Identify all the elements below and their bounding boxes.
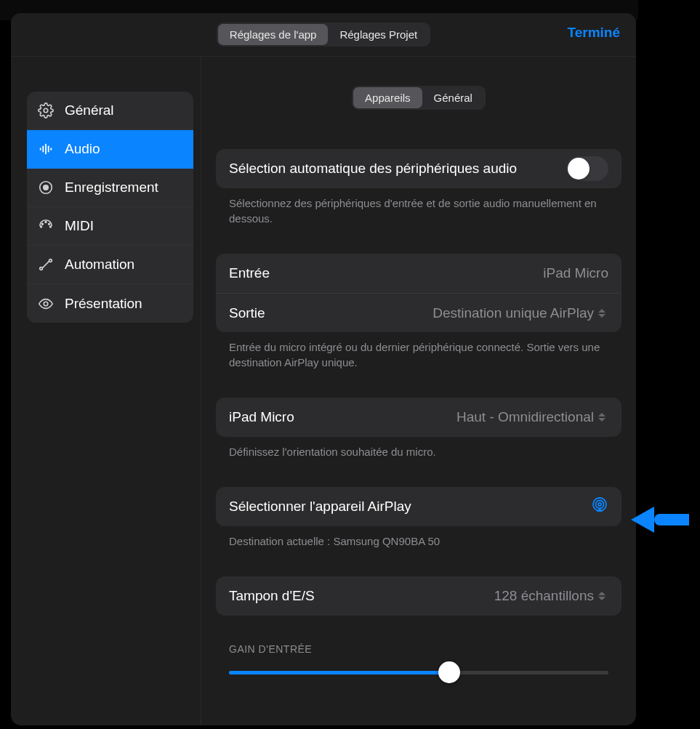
svg-point-14 [49, 259, 52, 262]
settings-modal: Réglages de l'app Réglages Projet Termin… [11, 13, 636, 725]
switch-knob [568, 158, 590, 180]
mic-label: iPad Micro [229, 409, 294, 425]
sidebar-item-label: Automation [65, 257, 134, 273]
output-label: Sortie [229, 305, 265, 321]
settings-content: Appareils Général Sélection automatique … [201, 57, 636, 725]
mic-orientation-row[interactable]: iPad Micro Haut - Omnidirectional [216, 398, 621, 437]
svg-rect-2 [42, 145, 44, 152]
chevron-updown-icon [598, 411, 608, 424]
sidebar-item-recording[interactable]: Enregistrement [27, 169, 193, 207]
sidebar-item-audio[interactable]: Audio [27, 130, 193, 169]
settings-sidebar: Général Audio Enregistrement [11, 57, 201, 725]
io-buffer-row[interactable]: Tampon d'E/S 128 échantillons [216, 576, 621, 616]
subtab-devices[interactable]: Appareils [353, 87, 422, 108]
output-device-row[interactable]: Sortie Destination unique AirPlay [216, 293, 621, 332]
sidebar-item-label: Enregistrement [65, 180, 158, 196]
input-device-row[interactable]: Entrée iPad Micro [216, 254, 621, 293]
airplay-label: Sélectionner l'appareil AirPlay [229, 499, 411, 515]
input-gain-slider[interactable] [216, 662, 621, 682]
auto-select-label: Sélection automatique des périphériques … [229, 161, 517, 177]
sidebar-item-label: MIDI [65, 218, 94, 234]
airplay-select-row[interactable]: Sélectionner l'appareil AirPlay [216, 487, 621, 526]
record-icon [37, 179, 55, 196]
auto-select-help: Sélectionnez des périphériques d'entrée … [216, 188, 621, 226]
svg-rect-1 [40, 148, 41, 150]
auto-select-switch[interactable] [566, 156, 608, 181]
svg-point-9 [42, 223, 44, 225]
waveform-icon [37, 140, 55, 158]
mic-help: Définissez l'orientation souhaitée du mi… [216, 437, 621, 459]
input-gain-header: GAIN D'ENTRÉE [216, 643, 621, 662]
slider-track [229, 671, 608, 674]
svg-point-12 [50, 226, 52, 227]
sidebar-item-view[interactable]: Présentation [27, 284, 193, 323]
tab-app-settings[interactable]: Réglages de l'app [218, 24, 329, 45]
modal-header: Réglages de l'app Réglages Projet Termin… [11, 13, 636, 57]
midi-icon [37, 217, 55, 235]
svg-point-18 [598, 503, 601, 506]
buffer-label: Tampon d'E/S [229, 588, 315, 604]
eye-icon [37, 295, 55, 313]
callout-arrow-icon [631, 504, 689, 539]
svg-point-11 [41, 226, 42, 227]
done-button[interactable]: Terminé [567, 25, 620, 41]
svg-point-17 [596, 501, 604, 509]
sidebar-item-general[interactable]: Général [27, 92, 193, 130]
sidebar-item-label: Général [65, 102, 114, 118]
subtab-general[interactable]: Général [422, 87, 484, 108]
sidebar-item-midi[interactable]: MIDI [27, 207, 193, 246]
airplay-help: Destination actuelle : Samsung QN90BA 50 [216, 526, 621, 549]
tab-project-settings[interactable]: Réglages Projet [328, 24, 429, 45]
svg-rect-4 [48, 145, 49, 152]
airplay-icon [591, 496, 608, 517]
sidebar-item-label: Présentation [65, 296, 142, 312]
slider-thumb[interactable] [438, 661, 460, 683]
settings-scope-segmented: Réglages de l'app Réglages Projet [217, 23, 430, 47]
auto-select-row: Sélection automatique des périphériques … [216, 149, 621, 188]
chevron-updown-icon [598, 589, 608, 603]
svg-rect-5 [50, 148, 52, 150]
svg-point-7 [44, 185, 48, 190]
audio-subtabs: Appareils Général [352, 86, 486, 110]
sidebar-item-automation[interactable]: Automation [27, 246, 193, 284]
buffer-value: 128 échantillons [494, 588, 608, 604]
svg-point-13 [40, 267, 43, 270]
slider-fill [229, 671, 449, 674]
svg-point-10 [49, 223, 50, 225]
io-help: Entrée du micro intégré ou du dernier pé… [216, 332, 621, 370]
svg-point-8 [45, 222, 47, 223]
gear-icon [37, 102, 55, 119]
sidebar-item-label: Audio [65, 141, 100, 157]
input-label: Entrée [229, 265, 270, 281]
svg-rect-3 [45, 144, 47, 155]
mic-value: Haut - Omnidirectional [456, 409, 608, 425]
chevron-updown-icon [598, 307, 608, 320]
svg-point-15 [44, 302, 48, 306]
svg-point-0 [44, 108, 48, 113]
automation-icon [37, 256, 55, 273]
input-value: iPad Micro [543, 265, 608, 281]
output-value: Destination unique AirPlay [433, 305, 608, 321]
